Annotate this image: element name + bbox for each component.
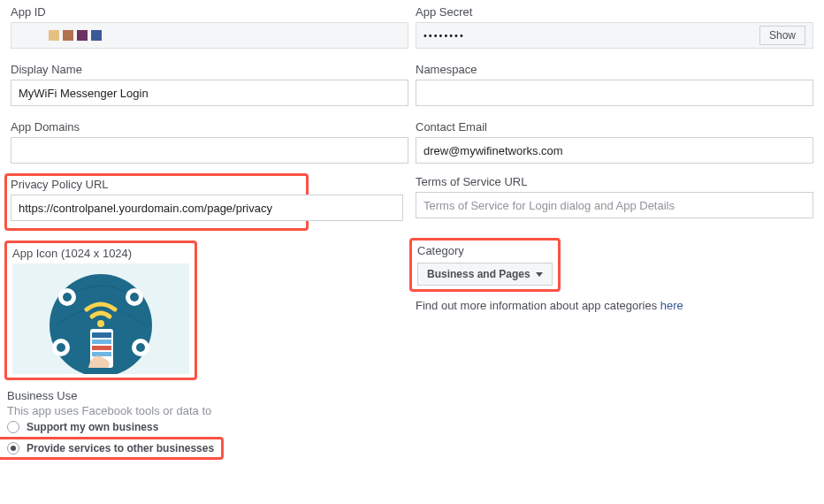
svg-rect-13: [92, 340, 111, 344]
category-field: Category Business and Pages Find out mor…: [416, 238, 813, 312]
namespace-input[interactable]: [416, 80, 813, 106]
display-name-field: Display Name: [11, 63, 408, 106]
svg-point-7: [57, 343, 65, 352]
svg-rect-15: [92, 352, 111, 356]
block-4: [91, 30, 102, 41]
privacy-url-field: Privacy Policy URL: [11, 178, 302, 221]
contact-email-label: Contact Email: [416, 120, 813, 134]
svg-point-3: [63, 293, 72, 302]
app-secret-masked: ••••••••: [423, 30, 465, 41]
radio-label: Provide services to other businesses: [27, 442, 214, 454]
app-icon-preview[interactable]: [12, 263, 189, 374]
category-help-text: Find out more information about app cate…: [416, 299, 813, 312]
chevron-down-icon: [536, 272, 543, 277]
app-secret-box: •••••••• Show: [416, 22, 813, 49]
business-use-section: Business Use This app uses Facebook tool…: [7, 389, 817, 460]
category-selected: Business and Pages: [427, 268, 530, 280]
app-domains-label: App Domains: [11, 120, 408, 134]
svg-point-9: [136, 343, 145, 352]
category-highlight: Category Business and Pages: [409, 238, 561, 292]
svg-rect-14: [92, 346, 111, 350]
app-id-label: App ID: [11, 5, 408, 19]
business-use-sub: This app uses Facebook tools or data to: [7, 404, 817, 417]
app-secret-label: App Secret: [416, 5, 813, 19]
category-help-link[interactable]: here: [660, 299, 683, 312]
app-domains-input[interactable]: [11, 137, 408, 164]
business-use-label: Business Use: [7, 389, 817, 402]
namespace-field: Namespace: [416, 63, 813, 106]
radio-own-business[interactable]: Support my own business: [7, 421, 817, 433]
contact-email-input[interactable]: [416, 137, 813, 164]
app-icon-highlight: App Icon (1024 x 1024): [4, 241, 197, 380]
display-name-input[interactable]: [11, 80, 408, 106]
tos-url-label: Terms of Service URL: [416, 175, 813, 188]
privacy-url-input[interactable]: [11, 195, 403, 221]
app-domains-field: App Domains: [11, 120, 408, 164]
tos-url-input[interactable]: [416, 192, 813, 218]
category-dropdown[interactable]: Business and Pages: [417, 263, 553, 286]
app-icon-label: App Icon (1024 x 1024): [12, 247, 189, 260]
radio-label: Support my own business: [27, 421, 158, 433]
contact-email-field: Contact Email: [416, 120, 813, 164]
svg-point-10: [97, 320, 104, 327]
app-icon-field: App Icon (1024 x 1024): [12, 247, 189, 374]
svg-rect-12: [92, 332, 111, 338]
display-name-label: Display Name: [11, 63, 408, 76]
tos-url-field: Terms of Service URL: [416, 175, 813, 218]
app-id-value: [11, 22, 408, 49]
radio-icon: [7, 421, 19, 433]
block-3: [77, 30, 88, 41]
namespace-label: Namespace: [416, 63, 813, 76]
block-2: [63, 30, 73, 41]
app-secret-field: App Secret •••••••• Show: [416, 5, 813, 49]
app-id-color-blocks: [19, 30, 102, 41]
app-id-field: App ID: [11, 5, 408, 49]
radio-icon: [7, 442, 19, 454]
radio-other-businesses[interactable]: Provide services to other businesses: [7, 442, 214, 454]
block-1: [49, 30, 59, 41]
privacy-url-highlight: Privacy Policy URL: [4, 173, 309, 231]
radio-other-businesses-highlight: Provide services to other businesses: [0, 437, 224, 460]
app-icon-image: [12, 263, 189, 374]
svg-point-5: [130, 293, 139, 302]
show-secret-button[interactable]: Show: [759, 26, 805, 45]
privacy-url-label: Privacy Policy URL: [11, 178, 302, 191]
category-label: Category: [417, 244, 553, 257]
